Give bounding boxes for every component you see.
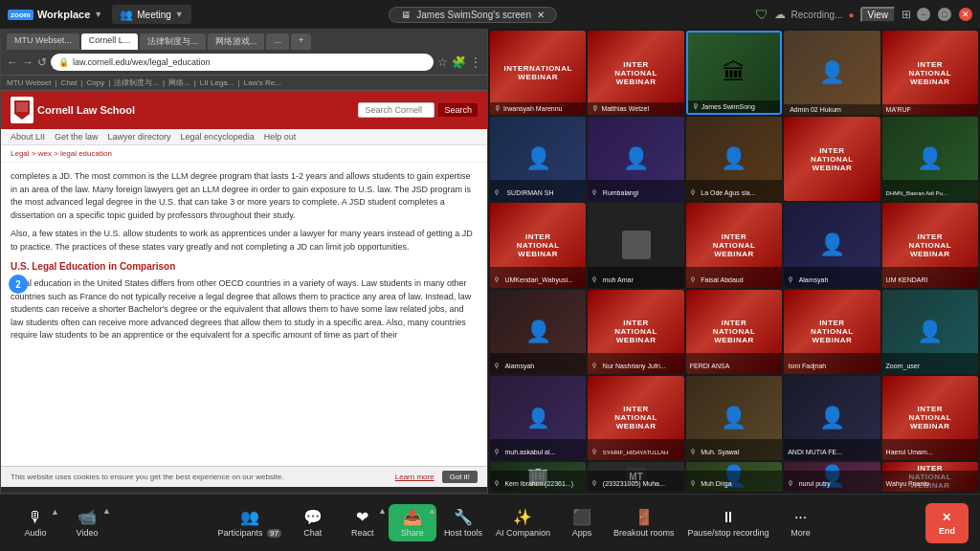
nav-get-law[interactable]: Get the law	[55, 132, 99, 142]
breakout-rooms-button[interactable]: 🚪 Breakout rooms	[608, 504, 680, 541]
syarif-mic-icon: 🎙	[591, 449, 598, 455]
learn-more-link[interactable]: Learn more	[395, 473, 434, 481]
nav-about[interactable]: About LII	[11, 132, 45, 142]
ai-companion-button[interactable]: ✨ AI Companion	[490, 504, 556, 541]
nav-lawyer-dir[interactable]: Lawyer directory	[108, 132, 171, 142]
react-icon: ❤	[356, 508, 368, 526]
minimize-button[interactable]: −	[917, 8, 930, 21]
tile-muh-dirga: 👤 🎙 Muh Dirga	[686, 462, 782, 492]
more-label: More	[791, 528, 811, 538]
tile-haerul: INTERNATIONALWEBINAR Haerul Umam...	[882, 376, 978, 460]
share-caret-icon[interactable]: ▲	[428, 506, 436, 516]
ismi-name: Ismi Fadjriah	[788, 363, 826, 369]
umkendari-overlay: 🎙 UMKendari_Wahyusi...	[490, 267, 586, 288]
reload-button[interactable]: ↺	[37, 55, 47, 69]
audio-caret-icon[interactable]: ▲	[51, 507, 59, 517]
top-right-controls: 🛡 ☁ Recording... ● View ⊞ − □ ✕	[755, 7, 972, 23]
browser-tab-2[interactable]: Cornell L...	[81, 33, 139, 50]
participants-btn-wrap: 👥 Participants 97	[212, 504, 286, 541]
admin-bg: 👤 Admin 02 Hukum	[784, 31, 880, 115]
browser-tab-5[interactable]: ...	[266, 33, 289, 50]
um-kendari-overlay: UM KENDARI	[882, 267, 978, 288]
james-mic-icon: 🎙	[692, 102, 700, 111]
participants-button[interactable]: 👥 Participants 97	[212, 504, 286, 541]
muh-askabul-icon: 👤	[526, 407, 550, 430]
forward-button[interactable]: →	[22, 55, 33, 69]
video-caret-icon[interactable]: ▲	[102, 506, 111, 516]
matthias-webinar-label: INTERNATIONALWEBINAR	[614, 60, 657, 86]
kem-ibrahim-bg: 🏢 🎙 Kem Ibrahim (22361...)	[490, 462, 586, 492]
tile-andi-mutia: 👤 ANDI MUTIA FE...	[784, 376, 880, 460]
tile-um-kendari: INTERNATIONALWEBINAR UM KENDARI	[882, 203, 978, 287]
apps-button[interactable]: ⬛ Apps	[558, 504, 606, 541]
address-text: law.cornell.edu/wex/legal_education	[73, 57, 426, 67]
wahyu-name: Wahyu Prianto	[886, 480, 930, 487]
nurul-bg: 👤 🎙 nurul putry	[784, 462, 880, 492]
more-button[interactable]: ··· More	[777, 505, 825, 541]
tile-233-bg: MT 🎙 (233231005) Muha...	[588, 462, 683, 492]
webinar2-label: INTERNATIONALWEBINAR	[811, 146, 854, 172]
bookmark-7: 法律制度与...	[114, 77, 159, 88]
back-button[interactable]: ←	[7, 55, 18, 69]
kem-ibrahim-name: Kem Ibrahim (22361...)	[504, 480, 573, 487]
tile-sudirman: 👤 🎙 SUDIRMAN SH	[490, 117, 586, 201]
pause-recording-button[interactable]: ⏸ Pause/stop recording	[681, 505, 774, 541]
zoom-user-overlay: Zoom_user	[882, 353, 978, 374]
rumbalangi-icon: 👤	[623, 146, 649, 171]
nav-help[interactable]: Help out	[264, 132, 297, 142]
syarif-name: SYARIF_HIDAYATULLAH	[603, 450, 669, 455]
james-name: James SwimSong	[702, 103, 755, 110]
alamsyah2-icon: 👤	[525, 320, 551, 344]
haerul-bg: INTERNATIONALWEBINAR Haerul Umam...	[882, 376, 978, 460]
browser-content: Cornell Law School Search About LII Get …	[1, 91, 487, 487]
tile-alamsyah2: 👤 🎙 Alamsyah	[490, 290, 586, 374]
screen-share-close-icon[interactable]: ✕	[537, 10, 545, 20]
browser-bookmarks-bar: MTU Webset | Chat | Copy | 法律制度与... | 网络…	[1, 76, 487, 91]
view-button[interactable]: View	[860, 7, 897, 23]
tile-ismi: INTERNATIONALWEBINAR Ismi Fadjriah	[784, 290, 880, 374]
workplace-dropdown-icon[interactable]: ▼	[94, 10, 102, 19]
react-caret-icon[interactable]: ▲	[378, 506, 387, 516]
zoom-side-badge[interactable]: 2	[9, 275, 28, 294]
sudirman-overlay: 🎙 SUDIRMAN SH	[490, 180, 586, 201]
meeting-button[interactable]: 👥 Meeting ▼	[112, 5, 191, 24]
chat-button[interactable]: 💬 Chat	[289, 504, 337, 541]
apps-icon: ⬛	[572, 508, 591, 526]
end-button[interactable]: ✕ End	[925, 503, 969, 543]
browser-tab-3[interactable]: 法律制度与...	[140, 33, 206, 50]
tile-alamsyah: 👤 🎙 Alamsyah	[784, 203, 880, 287]
zoom-user-icon: 👤	[917, 320, 943, 344]
close-button[interactable]: ✕	[959, 8, 972, 21]
bookmarks-label: MTU Webset	[7, 78, 52, 87]
maximize-button[interactable]: □	[938, 8, 951, 21]
browser-tab-new[interactable]: +	[291, 33, 311, 50]
muh-askabul-overlay: 🎙 muh.askabul al...	[490, 439, 586, 460]
tile-233-mic-icon: 🎙	[591, 480, 598, 487]
nav-legal-enc[interactable]: Legal encyclopedia	[181, 132, 255, 142]
recording-label: Recording...	[791, 10, 843, 20]
cornell-search-button[interactable]: Search	[438, 103, 478, 117]
umkendari-name: UMKendari_Wahyusi...	[504, 276, 572, 283]
bookmark-button[interactable]: ☆	[437, 55, 448, 69]
kem-ibrahim-mic-icon: 🎙	[494, 480, 501, 487]
end-label: End	[939, 526, 955, 536]
tile-muh-syawal: 👤 🎙 Muh. Syawal	[686, 376, 782, 460]
window-controls: − □ ✕	[917, 8, 972, 21]
ismi-bg: INTERNATIONALWEBINAR Ismi Fadjriah	[784, 290, 880, 374]
extensions-button[interactable]: 🧩	[452, 55, 466, 69]
wahyu-bg: INTERNATIONALWEBINAR Wahyu Prianto	[882, 462, 978, 492]
article-paragraph-2: Also, a few states in the U.S. allow stu…	[11, 228, 478, 253]
host-tools-button[interactable]: 🔧 Host tools	[438, 504, 488, 541]
browser-tab-4[interactable]: 网络游戏...	[208, 33, 265, 50]
address-bar[interactable]: 🔒 law.cornell.edu/wex/legal_education	[51, 54, 434, 71]
got-it-button[interactable]: Got it!	[442, 471, 478, 483]
menu-button[interactable]: ⋮	[470, 55, 481, 69]
cornell-search-input[interactable]	[358, 102, 434, 118]
browser-tab-1[interactable]: MTU Webset...	[7, 33, 79, 50]
nur-mic-icon: 🎙	[591, 363, 598, 369]
tile-rumbalangi: 👤 🎙 Rumbalangi	[588, 117, 683, 201]
participants-label: Participants 97	[217, 528, 280, 538]
nurul-mic-icon: 🎙	[788, 480, 794, 487]
tile-james: 🏛 🎙 James SwimSong	[686, 31, 782, 115]
laode-icon: 👤	[721, 146, 746, 171]
